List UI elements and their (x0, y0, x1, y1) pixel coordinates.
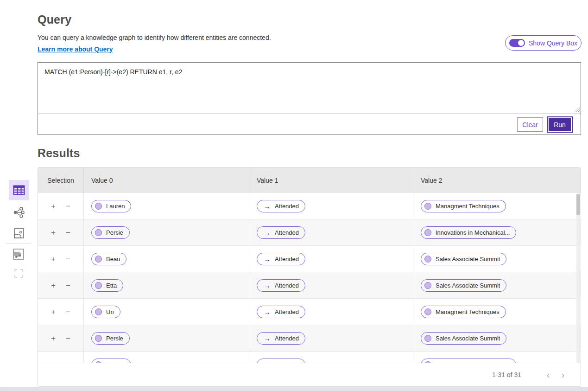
entity-pill[interactable]: Lauren (91, 200, 131, 212)
remove-selection-button[interactable]: − (66, 308, 70, 316)
table-row: + − Lauren → Attended Managment Techniqu… (38, 193, 581, 219)
query-input[interactable] (38, 63, 581, 114)
scrollbar-thumb[interactable] (576, 194, 580, 215)
value1-cell: → Attended (249, 193, 413, 219)
value0-cell: Lauren (84, 352, 249, 364)
query-footer: Clear Run (38, 114, 581, 135)
map-view-icon (14, 228, 24, 238)
vertical-scrollbar[interactable] (576, 193, 580, 364)
entity-node-icon (95, 229, 102, 236)
page-bottom-strip (0, 387, 588, 391)
panel-divider (4, 0, 4, 387)
value2-cell: Sales Associate Summit (413, 272, 581, 298)
relationship-arrow-icon: → (261, 308, 271, 315)
entity-node-icon (95, 256, 102, 263)
relationship-pill-label: Attended (275, 203, 299, 210)
relationship-pill[interactable]: → Attended (257, 306, 305, 318)
target-pill-label: Sales Associate Summit (436, 335, 500, 342)
value2-cell: Sales Associate Summit (413, 325, 581, 351)
run-button[interactable]: Run (548, 117, 572, 132)
column-header-value0: Value 0 (84, 167, 249, 193)
relationship-pill-label: Attended (275, 335, 299, 342)
entity-pill[interactable]: Etta (91, 279, 123, 292)
entity-pill[interactable]: Beau (91, 253, 126, 265)
target-entity-pill[interactable]: Sales Associate Summit (421, 253, 506, 265)
entity-pill-label: Etta (106, 282, 117, 289)
map-view-button[interactable] (14, 228, 24, 238)
value0-cell: Persie (84, 219, 249, 245)
remove-selection-button[interactable]: − (66, 229, 70, 237)
map-link-chart-view-button[interactable] (13, 249, 24, 260)
target-entity-pill[interactable]: Sales Associate Summit (421, 332, 506, 345)
target-entity-pill[interactable]: Managment Techniques (421, 306, 506, 318)
relationship-pill[interactable]: → Attended (257, 279, 305, 292)
relationship-pill[interactable]: → Attended (257, 200, 305, 212)
table-row: + − Etta → Attended Sales Associate Summ… (38, 272, 581, 299)
table-row: + − Lauren → Attended Innovations in Mec… (38, 352, 581, 364)
value2-cell: Innovations in Mechanical... (413, 219, 581, 245)
remove-selection-button[interactable]: − (66, 202, 70, 210)
link-chart-view-button[interactable] (13, 206, 25, 218)
learn-more-link[interactable]: Learn more about Query (38, 45, 113, 53)
table-row: + − Uri → Attended Managment Techniques (38, 299, 581, 325)
entity-pill[interactable]: Uri (91, 306, 120, 318)
entity-pill[interactable]: Persie (91, 332, 130, 345)
add-selection-button[interactable]: + (51, 334, 56, 342)
link-chart-view-icon (13, 206, 25, 218)
entity-pill-label: Beau (106, 256, 120, 263)
add-selection-button[interactable]: + (51, 308, 56, 316)
entity-node-icon (424, 256, 431, 263)
table-view-button[interactable] (9, 180, 29, 200)
value1-cell: → Attended (249, 325, 413, 351)
selection-cell: + − (38, 219, 84, 245)
entity-node-icon (424, 308, 431, 315)
relationship-pill-label: Attended (275, 256, 299, 263)
results-table: Selection Value 0 Value 1 Value 2 + − La… (38, 167, 581, 387)
next-page-button[interactable]: › (556, 370, 570, 379)
relationship-pill-label: Attended (275, 308, 299, 315)
clear-button[interactable]: Clear (517, 117, 543, 132)
relationship-pill[interactable]: → Attended (257, 226, 305, 239)
value0-cell: Lauren (84, 193, 249, 219)
value0-cell: Persie (84, 325, 249, 351)
column-header-selection: Selection (38, 167, 84, 193)
remove-selection-button[interactable]: − (66, 334, 70, 342)
target-entity-pill[interactable]: Innovations in Mechanical... (421, 226, 516, 239)
entity-node-icon (95, 203, 102, 210)
value2-cell: Sales Associate Summit (413, 246, 581, 272)
empty-view-button (14, 269, 23, 278)
previous-page-button[interactable]: ‹ (541, 370, 556, 379)
toggle-label: Show Query Box (529, 39, 577, 47)
target-pill-label: Managment Techniques (436, 308, 499, 315)
add-selection-button[interactable]: + (51, 282, 56, 289)
add-selection-button[interactable]: + (51, 255, 56, 263)
target-pill-label: Managment Techniques (436, 203, 499, 210)
target-entity-pill[interactable]: Sales Associate Summit (421, 279, 506, 292)
value2-cell: Managment Techniques (413, 193, 581, 219)
table-row: + − Beau → Attended Sales Associate Summ… (38, 246, 581, 272)
entity-node-icon (424, 282, 431, 289)
remove-selection-button[interactable]: − (66, 282, 70, 289)
entity-node-icon (424, 335, 431, 342)
table-body: + − Lauren → Attended Managment Techniqu… (38, 193, 581, 364)
value1-cell: → Attended (249, 272, 413, 298)
selection-cell: + − (38, 272, 84, 298)
target-pill-label: Innovations in Mechanical... (436, 229, 510, 236)
add-selection-button[interactable]: + (51, 202, 56, 210)
pagination-range: 1-31 of 31 (492, 371, 521, 378)
target-entity-pill[interactable]: Managment Techniques (421, 200, 506, 212)
pagination-bar: 1-31 of 31 ‹ › (38, 363, 581, 386)
relationship-pill[interactable]: → Attended (257, 253, 305, 265)
remove-selection-button[interactable]: − (66, 255, 70, 263)
selection-cell: + − (38, 325, 84, 351)
entity-node-icon (95, 335, 102, 342)
value0-cell: Uri (84, 299, 249, 325)
show-query-box-toggle[interactable]: Show Query Box (505, 35, 582, 51)
add-selection-button[interactable]: + (51, 229, 56, 237)
entity-pill[interactable]: Persie (91, 226, 130, 239)
entity-pill-label: Persie (106, 229, 123, 236)
relationship-pill-label: Attended (275, 229, 299, 236)
query-description: You can query a knowledge graph to ident… (38, 34, 271, 41)
relationship-pill[interactable]: → Attended (257, 332, 305, 345)
relationship-arrow-icon: → (261, 256, 271, 263)
